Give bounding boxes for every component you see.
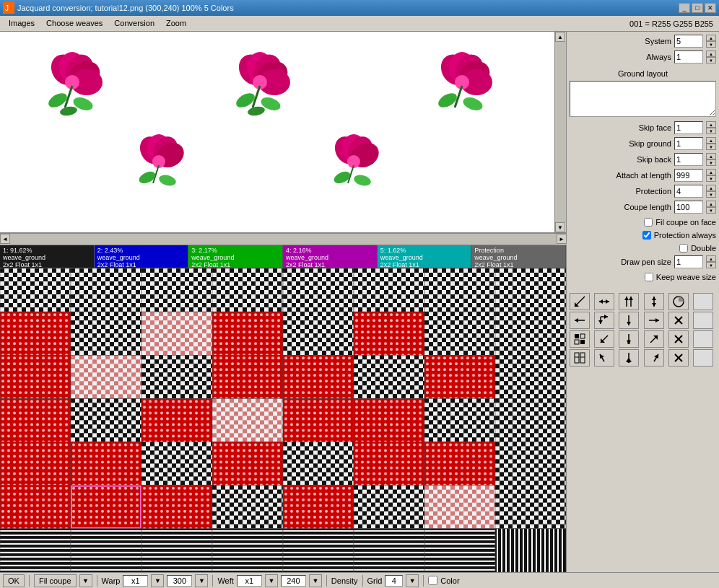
maximize-button[interactable]: □ xyxy=(692,3,703,13)
icon-btn-1[interactable] xyxy=(570,293,590,310)
skip-face-input[interactable] xyxy=(674,121,703,134)
weft-num-input[interactable] xyxy=(281,575,306,587)
icon-btn-14[interactable] xyxy=(594,330,614,348)
fil-coupe-button[interactable]: Fil coupe xyxy=(34,574,77,587)
preview-scrollbar-v[interactable]: ▲ ▼ xyxy=(554,32,566,232)
system-input[interactable] xyxy=(674,35,703,48)
icon-btn-8[interactable] xyxy=(594,312,614,329)
statusbar: OK Fil coupe ▼ Warp ▼ ▼ Weft ▼ ▼ Density… xyxy=(0,572,719,588)
weft-value-input[interactable] xyxy=(237,575,262,587)
icon-btn-15[interactable] xyxy=(619,330,639,348)
icon-btn-7[interactable] xyxy=(570,312,590,329)
draw-pen-up[interactable]: ▲ xyxy=(706,255,716,262)
skip-ground-up[interactable]: ▲ xyxy=(706,137,716,144)
always-input[interactable] xyxy=(674,51,703,63)
icon-btn-20[interactable] xyxy=(594,349,614,367)
icon-btn-19[interactable] xyxy=(570,349,590,367)
icon-btn-22[interactable] xyxy=(644,349,664,367)
skip-face-up[interactable]: ▲ xyxy=(706,121,716,128)
system-down[interactable]: ▼ xyxy=(706,41,716,48)
attach-length-down[interactable]: ▼ xyxy=(706,175,716,182)
protection-input[interactable] xyxy=(674,185,703,198)
keep-weave-checkbox[interactable] xyxy=(645,273,653,281)
preview-scrollbar-h[interactable]: ◄ ► xyxy=(0,234,567,245)
double-label: Double xyxy=(691,244,716,253)
weft-label: Weft xyxy=(217,576,233,585)
attach-length-input[interactable] xyxy=(674,169,703,182)
scroll-up-btn[interactable]: ▲ xyxy=(555,32,565,42)
skip-ground-input[interactable] xyxy=(674,137,703,150)
icon-btn-3[interactable] xyxy=(619,293,639,310)
icon-btn-16[interactable] xyxy=(644,330,664,348)
skip-back-down[interactable]: ▼ xyxy=(706,159,716,166)
fil-coupe-arrow[interactable]: ▼ xyxy=(79,574,92,587)
skip-ground-down[interactable]: ▼ xyxy=(706,144,716,150)
fil-coupe-checkbox[interactable] xyxy=(644,218,653,227)
icon-btn-4[interactable] xyxy=(644,293,664,310)
close-button[interactable]: ✕ xyxy=(705,3,716,13)
color-checkbox[interactable] xyxy=(428,576,437,585)
weft-div-arrow[interactable]: ▼ xyxy=(309,574,322,587)
skip-ground-label: Skip ground xyxy=(570,139,671,148)
scroll-right-btn[interactable]: ► xyxy=(557,234,567,244)
icon-btn-5[interactable] xyxy=(668,293,689,310)
system-label: System xyxy=(570,37,671,45)
icon-btn-11[interactable] xyxy=(668,312,689,329)
protection-down[interactable]: ▼ xyxy=(706,191,716,198)
coupe-length-input[interactable] xyxy=(674,201,703,214)
icon-btn-12[interactable] xyxy=(693,312,713,329)
icon-btn-24[interactable] xyxy=(693,349,713,367)
grid-value-input[interactable] xyxy=(385,575,403,587)
menu-choose-weaves[interactable]: Choose weaves xyxy=(40,17,108,29)
icon-btn-9[interactable] xyxy=(619,312,639,329)
scroll-thumb[interactable] xyxy=(555,42,566,222)
menu-images[interactable]: Images xyxy=(3,17,40,29)
protection-always-checkbox[interactable] xyxy=(642,231,651,240)
weft-arrow[interactable]: ▼ xyxy=(265,574,278,587)
grid-arrow[interactable]: ▼ xyxy=(406,574,419,587)
skip-back-input[interactable] xyxy=(674,153,703,166)
warp-div-arrow[interactable]: ▼ xyxy=(195,574,208,587)
icon-btn-17[interactable] xyxy=(668,330,689,348)
menu-zoom[interactable]: Zoom xyxy=(160,17,192,29)
warp-arrow[interactable]: ▼ xyxy=(151,574,164,587)
icon-btn-18[interactable] xyxy=(693,330,713,348)
warp-value-input[interactable] xyxy=(123,575,148,587)
double-checkbox[interactable] xyxy=(679,244,688,253)
skip-face-down[interactable]: ▼ xyxy=(706,128,716,134)
coupe-length-up[interactable]: ▲ xyxy=(706,201,716,207)
color-label: Color xyxy=(440,576,459,585)
svg-rect-85 xyxy=(575,353,579,363)
scroll-down-btn[interactable]: ▼ xyxy=(555,222,565,232)
system-up[interactable]: ▲ xyxy=(706,35,716,41)
ok-button[interactable]: OK xyxy=(3,574,25,587)
icon-btn-6[interactable] xyxy=(693,293,713,310)
skip-back-up[interactable]: ▲ xyxy=(706,153,716,159)
icon-btn-13[interactable] xyxy=(570,330,590,348)
minimize-button[interactable]: _ xyxy=(679,3,690,13)
color-strip-2: 2: 2.43% weave_ground 2x2 Float 1x1 xyxy=(95,245,189,268)
always-down[interactable]: ▼ xyxy=(706,57,716,63)
coupe-length-label: Coupe length xyxy=(570,203,671,211)
icon-btn-10[interactable] xyxy=(644,312,664,329)
attach-length-up[interactable]: ▲ xyxy=(706,169,716,175)
svg-point-46 xyxy=(353,173,372,188)
draw-pen-spinner: ▲ ▼ xyxy=(706,255,716,268)
draw-pen-input[interactable] xyxy=(674,255,703,268)
warp-num-input[interactable] xyxy=(167,575,192,587)
protection-up[interactable]: ▲ xyxy=(706,185,716,191)
h-scroll-thumb[interactable] xyxy=(10,234,557,245)
scroll-left-btn[interactable]: ◄ xyxy=(0,234,10,244)
sep5 xyxy=(362,575,363,587)
svg-marker-50 xyxy=(599,299,603,304)
always-up[interactable]: ▲ xyxy=(706,51,716,57)
ground-layout-input[interactable] xyxy=(570,81,716,117)
icon-btn-2[interactable] xyxy=(594,293,614,310)
draw-pen-down[interactable]: ▼ xyxy=(706,262,716,268)
attach-length-row: Attach at length ▲ ▼ xyxy=(570,169,716,182)
icon-btn-21[interactable] xyxy=(619,349,639,367)
icon-btn-23[interactable] xyxy=(668,349,689,367)
menu-conversion[interactable]: Conversion xyxy=(108,17,160,29)
weave-canvas[interactable] xyxy=(0,268,566,572)
coupe-length-down[interactable]: ▼ xyxy=(706,207,716,214)
